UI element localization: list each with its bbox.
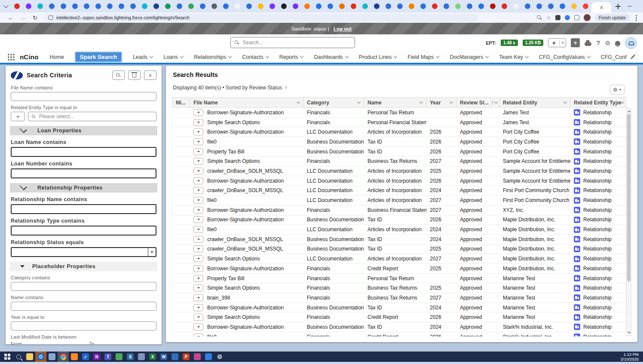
related-entity-type-combobox[interactable]: Please select... bbox=[28, 112, 156, 121]
nav-tab-contacts[interactable]: Contacts bbox=[242, 54, 268, 60]
row-actions-button[interactable] bbox=[193, 119, 203, 126]
pinned-tab-icon[interactable] bbox=[525, 3, 530, 9]
pinned-tab-icon[interactable] bbox=[420, 3, 426, 9]
pinned-tab-icon[interactable] bbox=[513, 3, 519, 9]
table-row[interactable]: crawler_OnBase_SOLR_MSSQLBusiness Docume… bbox=[172, 245, 626, 254]
extension-icon[interactable] bbox=[555, 15, 560, 20]
pinned-tab-icon[interactable] bbox=[444, 3, 449, 9]
relationship-type-input[interactable] bbox=[11, 226, 156, 236]
minimize-button[interactable] bbox=[622, 0, 638, 12]
pinned-tab-icon[interactable] bbox=[235, 3, 240, 9]
nav-tab-docmanagers[interactable]: DocManagers bbox=[450, 54, 488, 60]
row-actions-button[interactable] bbox=[193, 128, 203, 135]
pinned-tab-icon[interactable] bbox=[84, 3, 89, 9]
name-input[interactable] bbox=[11, 302, 156, 311]
pinned-tab-icon[interactable] bbox=[548, 3, 554, 9]
clear-criteria-button[interactable] bbox=[128, 70, 141, 80]
pinned-tab-icon[interactable] bbox=[467, 3, 472, 9]
pinned-tab-icon[interactable] bbox=[107, 3, 113, 9]
table-row[interactable]: Property Tax BillBusiness DocumentationT… bbox=[172, 147, 626, 157]
table-row[interactable]: brain_398FinancialsBusiness Tax Returns2… bbox=[172, 293, 626, 303]
pinned-tab-icon[interactable] bbox=[200, 3, 205, 9]
table-row[interactable]: Borrower-Signature-AuthorizationBusiness… bbox=[172, 322, 626, 332]
browser-profile-avatar[interactable] bbox=[584, 14, 591, 21]
tab-search-icon[interactable] bbox=[3, 3, 8, 8]
chat-app[interactable] bbox=[136, 352, 147, 362]
logout-link[interactable]: Log out bbox=[334, 26, 352, 31]
nav-tab-cfg-configkeys[interactable]: CFG_ConfigKeys bbox=[601, 54, 627, 60]
table-row[interactable]: Simple Search OptionsLLC DocumentationAr… bbox=[172, 254, 626, 264]
reload-button[interactable]: ↻ bbox=[33, 15, 37, 21]
star-icon[interactable]: ★ bbox=[548, 40, 560, 46]
row-actions-button[interactable] bbox=[193, 333, 203, 336]
pinned-tab-icon[interactable] bbox=[432, 3, 438, 9]
outlook[interactable]: O bbox=[35, 352, 46, 362]
todo[interactable]: ✓ bbox=[80, 352, 91, 362]
table-row[interactable]: file0FinancialsCredit Report2026Approved… bbox=[172, 332, 626, 336]
row-actions-button[interactable] bbox=[193, 245, 203, 252]
column-header-mi-[interactable]: Mi... bbox=[172, 98, 190, 107]
active-browser-tab[interactable] bbox=[591, 2, 611, 12]
pinned-tab-icon[interactable] bbox=[142, 3, 147, 9]
table-row[interactable]: Borrower-Signature-AuthorizationLLC Docu… bbox=[172, 176, 626, 186]
relationship-status-select[interactable]: ▼ bbox=[11, 247, 156, 257]
s-app[interactable]: S bbox=[125, 352, 136, 362]
row-actions-button[interactable] bbox=[193, 177, 203, 184]
table-row[interactable]: Borrower-Signature-AuthorizationFinancia… bbox=[172, 205, 626, 215]
table-row[interactable]: crawler_OnBase_SOLR_MSSQLBusiness Docume… bbox=[172, 235, 626, 245]
table-row[interactable]: Simple Search OptionsFinancialsCredit Re… bbox=[172, 312, 626, 322]
extension-icon[interactable] bbox=[565, 15, 570, 20]
table-row[interactable]: crawler_OnBase_SOLR_MSSQLLLC Documentati… bbox=[172, 166, 626, 176]
table-vertical-scrollbar[interactable] bbox=[626, 108, 631, 336]
pinned-tab-icon[interactable] bbox=[37, 3, 43, 9]
favorites-caret-icon[interactable]: ▾ bbox=[560, 41, 566, 45]
column-menu-chevron-icon[interactable] bbox=[494, 100, 497, 104]
table-row[interactable]: file0Business DocumentationTax ID2026App… bbox=[172, 137, 626, 147]
pinned-tab-icon[interactable] bbox=[165, 3, 171, 9]
nav-tab-loans[interactable]: Loans bbox=[163, 54, 183, 60]
row-actions-button[interactable] bbox=[193, 265, 203, 272]
notifications-bell-button[interactable] bbox=[615, 41, 620, 46]
column-header-year[interactable]: Year bbox=[426, 98, 456, 107]
pinned-tab-icon[interactable] bbox=[49, 3, 55, 9]
nav-tab-home[interactable]: Home bbox=[50, 54, 64, 60]
scrollbar-thumb[interactable] bbox=[627, 114, 631, 281]
column-menu-chevron-icon[interactable] bbox=[563, 100, 567, 104]
loan-number-input[interactable] bbox=[11, 168, 156, 178]
pinned-tab-icon[interactable] bbox=[351, 3, 356, 9]
row-actions-button[interactable] bbox=[193, 284, 203, 291]
relationship-properties-section-header[interactable]: Relationship Properties bbox=[10, 183, 157, 193]
help-button[interactable]: ? bbox=[596, 39, 600, 46]
column-header-related-entity[interactable]: Related Entity bbox=[499, 98, 570, 107]
column-header-file-name[interactable]: File Name bbox=[190, 98, 303, 107]
pinned-tab-icon[interactable] bbox=[339, 3, 345, 9]
row-actions-button[interactable] bbox=[193, 109, 203, 116]
add-entity-type-button[interactable]: + bbox=[11, 112, 25, 121]
nav-tab-relationships[interactable]: Relationships bbox=[194, 54, 231, 60]
row-actions-button[interactable] bbox=[193, 324, 203, 330]
global-actions-button[interactable]: + bbox=[571, 38, 580, 47]
pinned-tab-icon[interactable] bbox=[316, 3, 322, 9]
nav-tab-cfg-configvalues[interactable]: CFG_ConfigValues bbox=[539, 54, 590, 60]
column-menu-chevron-icon[interactable] bbox=[297, 100, 300, 104]
row-actions-button[interactable] bbox=[193, 148, 203, 155]
pinned-tab-icon[interactable] bbox=[571, 3, 577, 9]
chrome[interactable] bbox=[58, 352, 69, 362]
table-row[interactable]: file0LLC DocumentationArticles of Incorp… bbox=[172, 225, 626, 235]
table-row[interactable]: Borrower-Signature-AuthorizationFinancia… bbox=[172, 108, 626, 118]
pinned-tab-icon[interactable] bbox=[130, 3, 136, 9]
nav-tab-product-lines[interactable]: Product Lines bbox=[359, 54, 397, 60]
powerpoint[interactable]: P bbox=[181, 352, 192, 362]
close-criteria-button[interactable]: × bbox=[144, 70, 156, 80]
category-input[interactable] bbox=[11, 282, 156, 291]
zoom-icon[interactable] bbox=[537, 15, 542, 20]
pinned-tab-icon[interactable] bbox=[293, 3, 298, 9]
start-button[interactable] bbox=[2, 352, 13, 362]
table-row[interactable]: Property Tax BillFinancialsPersonal Tax … bbox=[172, 274, 626, 284]
address-bar[interactable]: intellective2--sspoc.sandbox.lightning.f… bbox=[44, 14, 478, 21]
pinned-tab-icon[interactable] bbox=[269, 3, 275, 9]
loan-name-input[interactable] bbox=[11, 147, 156, 157]
setup-gear-button[interactable]: ⚙ bbox=[605, 40, 610, 46]
table-row[interactable]: crawler_OnBase_SOLR_MSSQLLLC Documentati… bbox=[172, 186, 626, 196]
row-actions-button[interactable] bbox=[193, 158, 203, 165]
